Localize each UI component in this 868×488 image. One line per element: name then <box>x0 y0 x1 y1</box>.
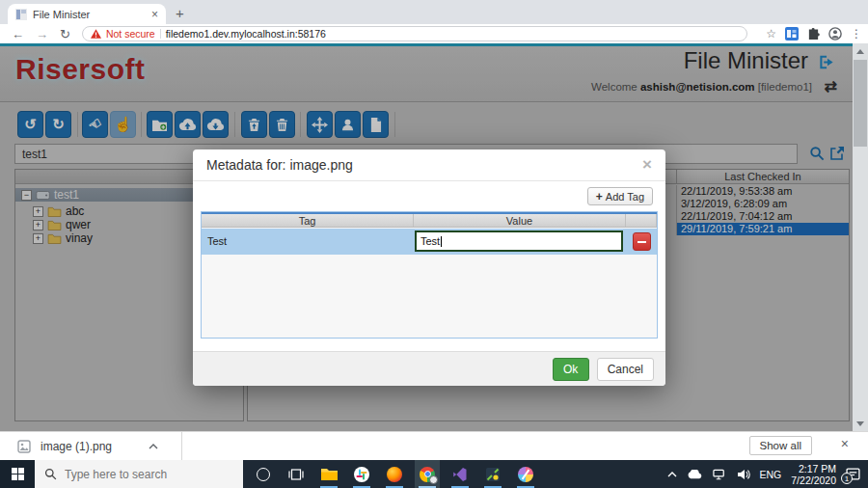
dialog-header: Metadata for: image.png × <box>193 149 665 181</box>
remove-tag-button[interactable] <box>633 232 651 251</box>
page-scrollbar[interactable] <box>853 43 868 431</box>
firefox-icon <box>387 467 402 482</box>
date-text: 7/22/2020 <box>791 474 836 486</box>
scrollbar-thumb[interactable] <box>854 60 867 147</box>
slack-icon <box>354 467 369 482</box>
chrome-button[interactable] <box>415 460 440 488</box>
visual-studio-icon <box>452 467 468 482</box>
image-file-icon <box>17 440 31 453</box>
column-header-actions <box>626 214 657 227</box>
dialog-title: Metadata for: image.png <box>206 157 642 173</box>
taskbar-search[interactable] <box>35 460 243 488</box>
plus-icon: + <box>596 190 603 203</box>
omnibox-divider <box>160 29 161 39</box>
speaker-icon[interactable] <box>737 469 750 480</box>
show-all-button[interactable]: Show all <box>749 436 812 455</box>
address-bar[interactable]: Not secure filedemo1.dev.mylocalhost.in:… <box>82 26 747 41</box>
menu-dots-icon[interactable]: ⋮ <box>851 27 862 41</box>
scroll-down-icon[interactable] <box>853 416 868 431</box>
slack-button[interactable] <box>349 460 374 488</box>
file-explorer-button[interactable] <box>316 460 341 488</box>
value-input-text: Test <box>420 235 440 247</box>
add-tag-label: Add Tag <box>606 191 644 203</box>
ok-button[interactable]: Ok <box>553 358 589 381</box>
tab-close-icon[interactable]: × <box>151 8 158 21</box>
windows-logo-icon <box>12 468 24 480</box>
onedrive-cloud-icon[interactable] <box>687 470 703 479</box>
system-tray: ENG 2:17 PM 7/22/2020 1 <box>667 460 868 488</box>
extension-blue-icon[interactable] <box>785 27 799 41</box>
download-shelf: image (1).png <box>0 431 868 460</box>
not-secure-warning-icon <box>91 29 101 39</box>
profile-icon[interactable] <box>828 27 842 41</box>
tray-chevron-icon[interactable] <box>667 472 677 477</box>
browser-actions: ☆ ⋮ <box>766 24 862 43</box>
value-input[interactable]: Test <box>415 230 623 252</box>
not-secure-label[interactable]: Not secure <box>106 28 155 40</box>
shelf-close-icon[interactable]: × <box>841 436 849 451</box>
clock[interactable]: 2:17 PM 7/22/2020 <box>791 463 836 486</box>
extension-dark-icon[interactable] <box>807 28 820 41</box>
chrome-profile-badge <box>429 475 438 484</box>
column-header-value[interactable]: Value <box>414 214 626 227</box>
tab-title: File Minister <box>33 9 146 20</box>
dialog-footer: Ok Cancel <box>193 351 665 386</box>
reload-icon[interactable]: ↻ <box>60 27 70 41</box>
screenshot-tool-icon <box>485 467 501 482</box>
download-menu-chevron-icon[interactable] <box>149 444 158 449</box>
scroll-up-icon[interactable] <box>853 43 868 59</box>
column-header-tag[interactable]: Tag <box>202 214 414 227</box>
cancel-button[interactable]: Cancel <box>597 358 654 381</box>
url-text[interactable]: filedemo1.dev.mylocalhost.in:58176 <box>166 28 326 40</box>
file-explorer-icon <box>321 468 338 480</box>
paint-app-button[interactable] <box>513 460 538 488</box>
paint-app-icon <box>518 467 533 482</box>
bookmark-star-icon[interactable]: ☆ <box>766 27 776 41</box>
value-cell: Test <box>414 229 626 255</box>
taskbar-search-icon <box>44 468 57 480</box>
screenshot-tool-button[interactable] <box>480 460 505 488</box>
browser-navbar: ← → ↻ Not secure filedemo1.dev.mylocalho… <box>0 24 868 43</box>
taskbar-search-input[interactable] <box>65 468 229 481</box>
table-header-row: Tag Value <box>202 212 657 228</box>
forward-icon[interactable]: → <box>36 27 48 41</box>
cortana-button[interactable] <box>251 460 276 488</box>
metadata-dialog: Metadata for: image.png × + Add Tag Tag … <box>193 149 665 386</box>
chrome-icon <box>420 467 435 482</box>
notification-badge: 1 <box>841 473 853 484</box>
cortana-icon <box>257 468 270 481</box>
language-indicator[interactable]: ENG <box>760 469 782 480</box>
action-center-button[interactable]: 1 <box>846 467 860 481</box>
browser-tab[interactable]: File Minister × <box>8 4 166 24</box>
shelf-divider <box>181 432 182 460</box>
tab-favicon-icon <box>15 9 27 20</box>
add-tag-button[interactable]: + Add Tag <box>587 187 653 205</box>
network-icon[interactable] <box>713 469 727 480</box>
start-button[interactable] <box>0 460 35 488</box>
metadata-table: Tag Value Test Test <box>201 211 658 339</box>
text-caret <box>441 236 442 247</box>
back-icon[interactable]: ← <box>12 27 24 41</box>
download-filename[interactable]: image (1).png <box>41 440 112 453</box>
task-view-icon <box>288 468 304 481</box>
new-tab-button[interactable]: + <box>176 5 184 22</box>
actions-cell <box>626 229 657 255</box>
browser-tabstrip: File Minister × + <box>0 0 868 24</box>
metadata-row: Test Test <box>202 229 657 255</box>
visual-studio-button[interactable] <box>448 460 473 488</box>
firefox-button[interactable] <box>382 460 407 488</box>
tag-cell[interactable]: Test <box>202 229 414 255</box>
task-view-button[interactable] <box>284 460 309 488</box>
time-text: 2:17 PM <box>791 463 836 474</box>
dialog-close-icon[interactable]: × <box>642 155 652 175</box>
